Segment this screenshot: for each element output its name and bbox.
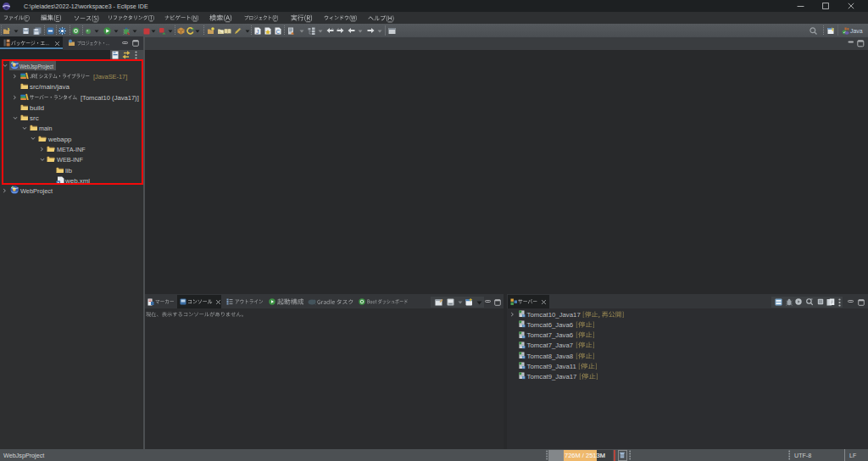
- svg-text:J: J: [256, 28, 259, 34]
- svg-text:C: C: [275, 28, 280, 34]
